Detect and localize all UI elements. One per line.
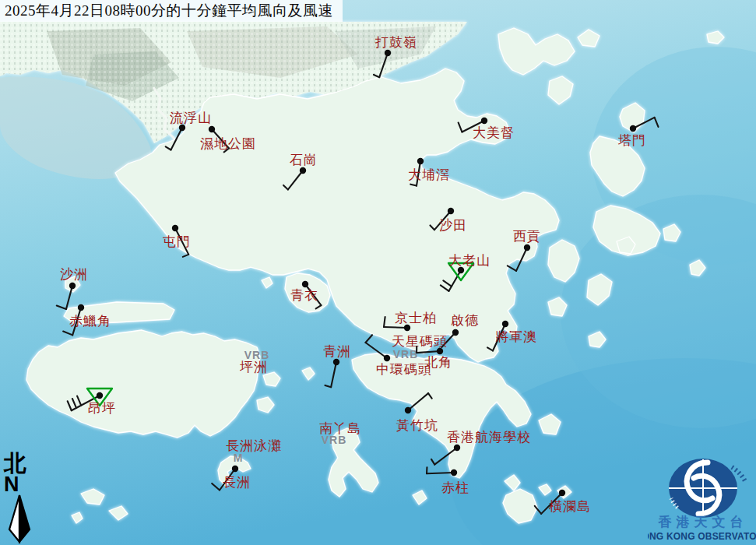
station-label: 西貢 <box>513 229 541 244</box>
station-label: 塔門 <box>617 133 646 148</box>
station-peng-chau: VRB坪洲 <box>240 349 269 374</box>
station-label: 南丫島 <box>319 421 361 436</box>
station-label: 沙洲 <box>60 267 88 282</box>
station-dot <box>481 118 487 124</box>
station-label: 天星碼頭 <box>392 334 448 349</box>
station-label: 流浮山 <box>170 111 212 125</box>
station-dot <box>437 348 443 354</box>
station-label: 赤柱 <box>441 480 469 495</box>
station-label: 屯門 <box>163 234 191 249</box>
hko-logo-en-text: HONG KONG OBSERVATORY <box>648 531 756 542</box>
station-dot <box>451 469 457 476</box>
station-dot <box>385 50 391 56</box>
station-label: 青洲 <box>323 344 351 359</box>
station-dot <box>300 167 306 174</box>
north-arrow-icon <box>4 494 40 543</box>
hko-logo-emblem <box>669 459 746 518</box>
station-label: 橫瀾島 <box>549 499 591 514</box>
station-dot <box>209 126 215 132</box>
station-label: 長洲 <box>223 475 251 490</box>
station-label: 大美督 <box>473 125 515 140</box>
station-label: 長洲泳灘 <box>226 438 282 453</box>
north-letter-label: N <box>4 475 40 494</box>
station-dot <box>405 407 411 413</box>
station-label: 京士柏 <box>395 311 437 325</box>
hong-kong-wind-map: 打鼓嶺流浮山濕地公園石崗大美督大埔滘塔門屯門沙田西貢大老山沙洲赤鱲角青衣京士柏啟… <box>0 0 756 545</box>
station-dot <box>302 281 308 287</box>
station-dot <box>502 321 508 327</box>
station-dot <box>458 267 464 273</box>
variable-wind-indicator: VRB <box>393 348 419 360</box>
station-label: 青衣 <box>290 288 318 303</box>
station-dot <box>69 283 76 289</box>
station-label: 赤鱲角 <box>69 314 111 329</box>
map-title: 2025年4月22日08時00分的十分鐘平均風向及風速 <box>5 2 333 19</box>
station-dot <box>417 158 424 164</box>
station-dot <box>404 325 410 331</box>
hko-logo-cn-text: 香港天文台 <box>658 515 748 529</box>
station-dot <box>97 392 103 399</box>
station-dot <box>448 208 454 214</box>
wind-barb-staff <box>384 327 407 328</box>
station-label: 黃竹坑 <box>396 418 438 433</box>
station-dot <box>559 490 565 496</box>
station-dot <box>172 225 178 231</box>
station-label: 大老山 <box>448 253 491 268</box>
station-label: 香港航海學校 <box>447 430 531 445</box>
station-dot <box>179 125 185 131</box>
station-label: 中環碼頭 <box>376 362 432 377</box>
station-dot <box>232 466 238 472</box>
station-dot <box>384 355 390 361</box>
station-label: 將軍澳 <box>495 329 537 344</box>
wind-map-page: 打鼓嶺流浮山濕地公園石崗大美督大埔滘塔門屯門沙田西貢大老山沙洲赤鱲角青衣京士柏啟… <box>0 0 756 545</box>
hko-logo: 香港天文台 HONG KONG OBSERVATORY <box>648 452 756 545</box>
station-dot <box>524 244 530 251</box>
station-label: 石崗 <box>290 153 318 167</box>
station-dot <box>78 304 84 311</box>
station-label: 沙田 <box>439 218 467 233</box>
compass: 北 N <box>4 452 40 545</box>
north-hanzi-label: 北 <box>4 452 40 475</box>
station-dot <box>452 329 459 336</box>
station-label: 昂坪 <box>88 401 116 416</box>
maintenance-indicator: M <box>234 452 244 464</box>
station-label: 大埔滘 <box>408 167 450 182</box>
station-dot <box>630 125 636 132</box>
station-dot <box>454 445 460 451</box>
title-bar: 2025年4月22日08時00分的十分鐘平均風向及風速 <box>0 0 343 22</box>
wind-barb-staff <box>427 473 454 473</box>
station-label: 坪洲 <box>240 360 268 374</box>
station-label: 打鼓嶺 <box>374 35 417 50</box>
station-label: 濕地公園 <box>200 136 256 151</box>
station-label: 啟德 <box>451 313 479 328</box>
station-dot <box>333 359 339 365</box>
